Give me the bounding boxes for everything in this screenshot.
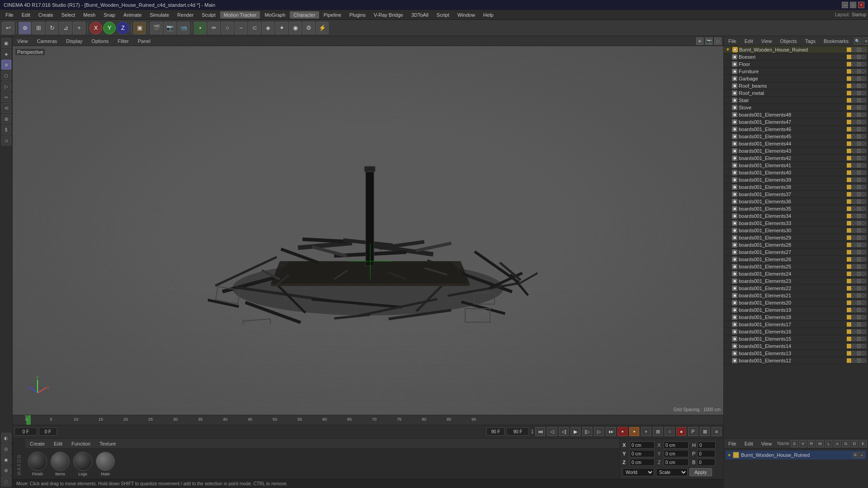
obj-boards001_elements21[interactable]: ▣ boards001_Elements21: [724, 292, 868, 299]
menu-snap[interactable]: Snap: [100, 11, 119, 19]
vp-options[interactable]: Options: [89, 38, 111, 45]
obj-boards001_elements25[interactable]: ▣ boards001_Elements25: [724, 263, 868, 270]
obj-boards001_elements48[interactable]: ▣ boards001_Elements48: [724, 111, 868, 118]
tool5[interactable]: +: [73, 22, 85, 34]
menu-edit[interactable]: Edit: [18, 11, 34, 19]
menu-window[interactable]: Window: [454, 11, 479, 19]
frame-total-field[interactable]: [506, 427, 529, 436]
obj-boards001_elements15[interactable]: ▣ boards001_Elements15: [724, 335, 868, 343]
left-tool-3[interactable]: ⊕: [1, 60, 11, 70]
coord-b-input[interactable]: [697, 459, 715, 466]
rb-file[interactable]: File: [726, 440, 739, 447]
obj-boards001_elements40[interactable]: ▣ boards001_Elements40: [724, 169, 868, 176]
vp-view[interactable]: View: [14, 38, 31, 45]
vp-icon-cam[interactable]: 📷: [705, 38, 712, 45]
material-finish[interactable]: Finish: [28, 452, 47, 476]
coord-y2-input[interactable]: [664, 450, 689, 457]
tl-extra3[interactable]: ○: [665, 427, 675, 436]
left-tool-2[interactable]: ◈: [1, 49, 11, 59]
menu-pipeline[interactable]: Pipeline: [320, 11, 345, 19]
obj-boards001_elements29[interactable]: ▣ boards001_Elements29: [724, 234, 868, 241]
obj-roofbeams[interactable]: ▣ Roof_beams: [724, 82, 868, 89]
spline-tool[interactable]: ~: [235, 22, 247, 34]
frame-start-field[interactable]: [14, 427, 37, 436]
obj-boards001_elements30[interactable]: ▣ boards001_Elements30: [724, 227, 868, 234]
rb-icon1[interactable]: S: [791, 440, 798, 447]
obj-boards001_elements12[interactable]: ▣ boards001_Elements12: [724, 357, 868, 364]
obj-boeseri[interactable]: ▣ Boeseri: [724, 53, 868, 61]
tl-extra6[interactable]: ⊠: [700, 427, 710, 436]
mat-edit[interactable]: Edit: [51, 440, 65, 447]
left-tool-8[interactable]: ⊞: [1, 114, 11, 124]
deform-tool[interactable]: ⊂: [248, 22, 261, 34]
obj-boards001_elements39[interactable]: ▣ boards001_Elements39: [724, 176, 868, 183]
obj-boards001_elements18[interactable]: ▣ boards001_Elements18: [724, 314, 868, 321]
menu-vray[interactable]: V-Ray Bridge: [370, 11, 407, 19]
obj-boards001_elements13[interactable]: ▣ boards001_Elements13: [724, 350, 868, 357]
tl-extra4[interactable]: ●: [676, 427, 686, 436]
close-button[interactable]: ×: [858, 2, 864, 8]
vp-icon-move[interactable]: ⊕: [696, 38, 703, 45]
obj-boards001_elements47[interactable]: ▣ boards001_Elements47: [724, 118, 868, 126]
left-tool-7[interactable]: ⟲: [1, 103, 11, 113]
move-tool[interactable]: ⊕: [19, 22, 31, 34]
obj-boards001_elements43[interactable]: ▣ boards001_Elements43: [724, 147, 868, 155]
menu-character[interactable]: Character: [290, 11, 319, 19]
rt-bookmarks[interactable]: Bookmarks: [821, 38, 851, 45]
coord-x-input[interactable]: [630, 441, 655, 449]
obj-boards001_elements41[interactable]: ▣ boards001_Elements41: [724, 162, 868, 169]
obj-boards001_elements19[interactable]: ▣ boards001_Elements19: [724, 306, 868, 314]
next-keyframe-button[interactable]: |▷: [582, 427, 592, 436]
rb-icon8[interactable]: D: [851, 440, 858, 447]
frame-current2-field[interactable]: [486, 427, 505, 436]
obj-boards001_elements45[interactable]: ▣ boards001_Elements45: [724, 133, 868, 140]
left-tool-bottom1[interactable]: ◐: [1, 433, 11, 443]
record2-button[interactable]: ●: [629, 427, 639, 436]
obj-boards001_elements17[interactable]: ▣ boards001_Elements17: [724, 321, 868, 328]
go-end-button[interactable]: ⏭: [606, 427, 616, 436]
viewport-3d[interactable]: Perspective Grid Spacing : 1000 cm X Y Z: [13, 46, 723, 415]
render3-btn[interactable]: 📹: [177, 22, 190, 34]
menu-3dtoall[interactable]: 3DToAll: [408, 11, 432, 19]
menu-create[interactable]: Create: [35, 11, 57, 19]
obj-boards001_elements37[interactable]: ▣ boards001_Elements37: [724, 191, 868, 198]
rt-view[interactable]: View: [759, 38, 775, 45]
tl-extra5[interactable]: P: [688, 427, 698, 436]
menu-motion-tracker[interactable]: Motion Tracker: [220, 11, 260, 19]
rb-icon2[interactable]: V: [799, 440, 807, 447]
cube-tool[interactable]: ▪: [194, 22, 207, 34]
mat-row-icon1[interactable]: ⊞: [853, 452, 858, 458]
left-tool-10[interactable]: ⊃: [1, 136, 11, 145]
mat-create[interactable]: Create: [27, 440, 47, 447]
menu-render[interactable]: Render: [174, 11, 197, 19]
menu-script[interactable]: Script: [433, 11, 453, 19]
select-tool[interactable]: ○: [221, 22, 234, 34]
coord-x2-input[interactable]: [664, 441, 689, 449]
go-start-button[interactable]: ⏮: [535, 427, 545, 436]
rb-icon7[interactable]: G: [842, 440, 849, 447]
paint-tool[interactable]: ✏: [208, 22, 220, 34]
tl-extra2[interactable]: ⊞: [653, 427, 663, 436]
coord-scale-dropdown[interactable]: Scale Position Rotation: [656, 468, 688, 476]
coord-y-input[interactable]: [630, 450, 655, 457]
left-tool-bottom2[interactable]: ◎: [1, 444, 11, 454]
menu-file[interactable]: File: [2, 11, 17, 19]
obj-boards001_elements16[interactable]: ▣ boards001_Elements16: [724, 328, 868, 335]
next-frame-button[interactable]: ▷: [594, 427, 604, 436]
left-tool-bottom4[interactable]: ⚙: [1, 465, 11, 475]
menu-help[interactable]: Help: [480, 11, 497, 19]
vp-filter[interactable]: Filter: [115, 38, 131, 45]
obj-root[interactable]: ▼ 🏠 Burnt_Wooden_House_Ruined: [724, 46, 868, 53]
material-mate[interactable]: Mate: [96, 452, 115, 476]
render-btn[interactable]: 🎬: [150, 22, 163, 34]
mat-row-selected[interactable]: ★ Burnt_Wooden_House_Ruined ⊞ ≡: [726, 450, 866, 460]
menu-select[interactable]: Select: [58, 11, 79, 19]
obj-boards001_elements38[interactable]: ▣ boards001_Elements38: [724, 183, 868, 191]
prev-frame-button[interactable]: ◁: [547, 427, 557, 436]
coord-z2-input[interactable]: [664, 459, 689, 466]
obj-boards001_elements27[interactable]: ▣ boards001_Elements27: [724, 249, 868, 256]
rt-file[interactable]: File: [726, 38, 739, 45]
obj-boards001_elements22[interactable]: ▣ boards001_Elements22: [724, 285, 868, 292]
play-button[interactable]: ▶: [571, 427, 580, 436]
vp-panel[interactable]: Panel: [135, 38, 153, 45]
